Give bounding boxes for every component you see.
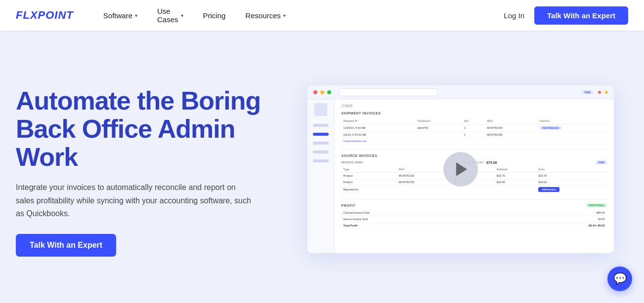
nav-item-use-cases[interactable]: Use Cases ▾ [147, 3, 193, 28]
nav-item-resources[interactable]: Resources ▾ [235, 7, 296, 24]
paid-badge: PAID [596, 160, 607, 164]
login-link[interactable]: Log In [494, 7, 534, 24]
screenshot-sidebar [307, 99, 335, 253]
nav-links: Software ▾ Use Cases ▾ Pricing Resources… [93, 3, 296, 28]
col-sku: SKU [485, 118, 538, 124]
status-badge-paid: PAID [582, 90, 593, 94]
section-title-profit: PROFIT [342, 204, 356, 207]
table-row: 11/20/22, 5:43 AM wbc6753 1 MCR78C032 Ad… [342, 124, 607, 132]
window-close-dot [313, 90, 317, 94]
order-id: J73905 [342, 104, 607, 108]
hero-title-line1: Automate the Boring [16, 86, 260, 115]
sidebar-logo-placeholder [314, 103, 327, 116]
browser-chrome: PAID [307, 85, 614, 99]
window-maximize-dot [327, 90, 331, 94]
sidebar-item [313, 124, 329, 127]
section-title-source: SOURCE INVOICES [342, 154, 607, 157]
sidebar-item [313, 142, 329, 145]
table-row: CustomerOrders.com [342, 138, 607, 145]
hero-cta-button[interactable]: Talk With an Expert [16, 234, 116, 257]
col-actions: Actions [538, 118, 606, 124]
table-row: Channel Invoice Total $88.00 [342, 210, 607, 216]
window-minimize-dot [320, 90, 324, 94]
nav-label-use-cases: Use Cases [157, 7, 178, 24]
brand-logo[interactable]: FLXPOINT [16, 9, 74, 22]
col-type: Type [342, 166, 397, 173]
hero-subtitle: Integrate your invoices to automatically… [16, 181, 253, 220]
hero-title-line2: Back Office Admin Work [16, 114, 235, 171]
nav-label-software: Software [103, 11, 132, 20]
status-dot-yellow [605, 91, 608, 94]
total-amount-value: $75.08 [486, 161, 497, 164]
action-badge[interactable]: Add Shipment [540, 126, 561, 130]
section-divider [342, 199, 607, 199]
hero-title: Automate the Boring Back Office Admin Wo… [16, 87, 273, 172]
nav-label-pricing: Pricing [203, 11, 226, 20]
play-button[interactable] [443, 152, 478, 187]
invoice-amount-label: INVOICE #5906 [342, 161, 363, 164]
col-tracking: Tracking # [415, 118, 462, 124]
play-icon [456, 162, 467, 176]
status-dot-red [598, 91, 601, 94]
shipment-table: Shipped At Tracking # Qty SKU Actions 11… [342, 118, 607, 145]
main-content: Automate the Boring Back Office Admin Wo… [0, 0, 644, 303]
chevron-down-icon: ▾ [181, 13, 183, 18]
product-screenshot: PAID J73905 [307, 85, 614, 253]
sidebar-item-active [313, 133, 329, 136]
browser-address-bar [339, 88, 438, 96]
nav-item-software[interactable]: Software ▾ [93, 7, 147, 24]
profitable-badge: PROFITABLE [586, 203, 607, 207]
navigation: FLXPOINT Software ▾ Use Cases ▾ Pricing … [0, 0, 644, 31]
chevron-down-icon: ▾ [283, 13, 286, 18]
chat-icon: 💬 [613, 272, 627, 285]
profit-table: Channel Invoice Total $88.00 Source Invo… [342, 210, 607, 229]
col-cost: Cost [536, 166, 606, 173]
nav-cta-button[interactable]: Talk With an Expert [534, 6, 628, 25]
table-row: 1/6/23, 5:44:32 AM 1 MCR78C032 [342, 132, 607, 138]
table-row: Reported As: Add Invoice [342, 186, 607, 194]
section-divider [342, 150, 607, 150]
sidebar-item [313, 159, 329, 162]
table-row: Source Invoice Total $3.94 [342, 216, 607, 223]
hero-screenshot-area: PAID J73905 [293, 31, 628, 303]
chat-widget[interactable]: 💬 [607, 266, 632, 291]
table-row: Total Profit -$6.44 / $5.25 [342, 223, 607, 229]
chevron-down-icon: ▾ [135, 13, 137, 18]
col-subtotal: Subtotal [495, 166, 537, 173]
nav-item-pricing[interactable]: Pricing [193, 7, 236, 24]
section-title-shipment: SHIPMENT INVOICES [342, 112, 607, 115]
hero-section: Automate the Boring Back Office Admin Wo… [16, 77, 273, 257]
sidebar-item [313, 151, 329, 153]
col-shipped-at: Shipped At [342, 118, 416, 124]
nav-label-resources: Resources [245, 11, 281, 20]
add-invoice-btn[interactable]: Add Invoice [538, 187, 559, 192]
col-qty: Qty [462, 118, 485, 124]
